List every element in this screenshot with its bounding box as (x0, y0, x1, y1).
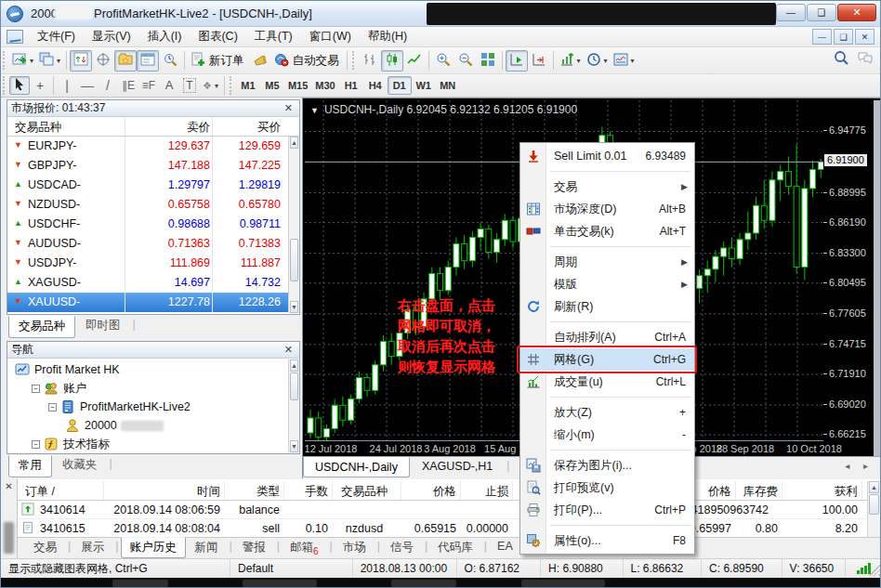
col-symbol[interactable]: 交易品种 (15, 120, 61, 136)
navigator-tab-2[interactable]: 收藏夹 (53, 455, 107, 476)
strategy-tester-button[interactable] (159, 50, 181, 72)
terminal-column-价格[interactable]: 价格 (401, 484, 456, 500)
context-menu-item[interactable]: 打印预览(v) (520, 477, 694, 499)
zoom-in-button[interactable] (432, 50, 454, 72)
terminal-tab-6[interactable]: 邮箱6 (282, 538, 327, 558)
market-watch-row[interactable]: ▲XAGUSD-14.69714.732 (7, 273, 299, 293)
context-menu-item[interactable]: 缩小(m)- (520, 424, 694, 446)
bar-chart-button[interactable] (359, 50, 381, 72)
mdi-close-button[interactable]: ✕ (855, 29, 874, 45)
trendline-tool[interactable]: / (98, 76, 118, 95)
mdi-minimize-button[interactable]: — (812, 29, 832, 45)
terminal-tab-2[interactable]: 展示 (72, 538, 112, 557)
chart-tab-2[interactable]: XAGUSD-,H1 (411, 457, 504, 476)
terminal-column-类型[interactable]: 类型 (224, 484, 280, 500)
close-icon[interactable]: ✕ (282, 102, 296, 114)
timeframe-h4[interactable]: H4 (363, 76, 388, 95)
timeframe-mn[interactable]: MN (436, 76, 460, 95)
resize-grip[interactable] (869, 565, 880, 576)
expand-icon[interactable]: − (32, 385, 40, 393)
navigator-item-accounts[interactable]: −账户 (7, 379, 299, 398)
navigator-item-user[interactable]: 20000 (7, 416, 299, 435)
timeframe-m5[interactable]: M5 (260, 76, 284, 95)
indicators-button[interactable]: ▾ (557, 50, 584, 72)
vline-tool[interactable]: | (57, 76, 77, 95)
market-watch-toggle[interactable] (70, 50, 92, 72)
close-button[interactable]: ✕ (837, 4, 876, 21)
terminal-tab-8[interactable]: 信号 (382, 538, 422, 557)
timeframe-w1[interactable]: W1 (412, 76, 436, 95)
market-watch-row[interactable]: ▲USDCHF-0.986880.98711 (7, 215, 299, 234)
navigator-tab-1[interactable]: 常用 (8, 455, 52, 477)
market-watch-row[interactable]: ▼XAUUSD-1227.781228.26 (7, 293, 299, 312)
context-menu-item[interactable]: 保存为图片(i)... (520, 454, 694, 477)
one-click-trading-icon[interactable]: ▼ (310, 106, 319, 115)
data-window-button[interactable] (92, 50, 114, 72)
market-watch-scrollbar[interactable]: ▲ ▼ (288, 137, 299, 313)
fibonacci-tool[interactable]: ≡F (138, 76, 159, 95)
context-menu-item[interactable]: 属性(o)...F8 (520, 529, 694, 552)
channel-tool[interactable]: ∥E (118, 76, 138, 95)
context-menu-item[interactable]: 交易▶ (520, 176, 694, 198)
market-watch-row[interactable]: ▼NZDUSD-0.657580.65780 (7, 195, 299, 215)
autotrade-button[interactable]: 自动交易 (271, 50, 344, 72)
navigator-item-server[interactable]: −ProfitMarketHK-Live2 (7, 398, 299, 416)
market-watch-row[interactable]: ▼EURJPY-129.637129.659 (7, 137, 299, 156)
megaphone-button[interactable] (249, 50, 271, 72)
terminal-tab-7[interactable]: 市场 (335, 538, 375, 557)
minimize-button[interactable]: — (776, 4, 806, 21)
tab-scroll-arrows[interactable]: ◂ ▸ (837, 457, 881, 475)
menu-item-V[interactable]: 显示(V) (84, 26, 139, 47)
restore-button[interactable]: ❑ (807, 4, 836, 21)
terminal-tab-9[interactable]: 代码库 (429, 538, 481, 557)
context-menu-item[interactable]: 周期▶ (520, 251, 694, 273)
chart-tab-1[interactable]: USDCNH-,Daily (303, 457, 410, 477)
chart-shift-button[interactable] (528, 50, 550, 72)
context-menu-item[interactable]: 单击交易(k)Alt+T (520, 220, 694, 242)
context-menu-item[interactable]: 模版▶ (520, 273, 694, 295)
new-order-button[interactable]: 新订单 (188, 50, 249, 72)
market-watch-row[interactable]: ▼USDJPY-111.869111.887 (7, 254, 299, 273)
terminal-column-交易品种[interactable]: 交易品种 (332, 484, 397, 500)
timeframe-d1[interactable]: D1 (388, 76, 412, 95)
terminal-column-订单 /[interactable]: 订单 / (25, 484, 99, 500)
templates-button[interactable]: ▾ (611, 50, 638, 72)
expand-icon[interactable]: − (32, 440, 40, 449)
context-menu-item[interactable]: 刷新(R) (520, 295, 694, 318)
col-buy[interactable]: 买价 (214, 120, 281, 136)
market-watch-row[interactable]: ▼AUDUSD-0.713630.71383 (7, 234, 299, 254)
context-menu-item[interactable]: 自动排列(A)Ctrl+A (520, 326, 694, 348)
close-icon[interactable]: ✕ (282, 344, 296, 356)
terminal-tab-5[interactable]: 警报 (234, 538, 274, 557)
chat-icon[interactable] (858, 50, 873, 68)
navigator-item-app[interactable]: Profit Market HK (7, 360, 299, 379)
market-watch-tab-2[interactable]: 即时图 (76, 316, 130, 336)
candlestick-button[interactable] (381, 50, 403, 72)
market-watch-row[interactable]: ▲USDCAD-1.297971.29819 (7, 176, 299, 195)
profiles-button[interactable]: ▾ (36, 50, 63, 72)
tile-windows-button[interactable] (477, 50, 499, 72)
scroll-up-icon[interactable]: ▲ (290, 359, 298, 372)
terminal-tab-3[interactable]: 账户历史 (121, 537, 186, 558)
col-sell[interactable]: 卖价 (128, 120, 210, 136)
mdi-restore-button[interactable]: ❑ (834, 29, 853, 45)
market-watch-row[interactable]: ▼GBPJPY-147.188147.225 (7, 156, 299, 176)
timeframe-m15[interactable]: M15 (284, 76, 311, 95)
search-icon[interactable] (834, 50, 848, 68)
terminal-tab-4[interactable]: 新闻 (187, 538, 227, 557)
context-menu-item[interactable]: Sell Limit 0.016.93489 (520, 145, 694, 167)
navigator-scrollbar[interactable]: ▲ ▼ (288, 359, 299, 452)
menu-item-F[interactable]: 文件(F) (29, 26, 84, 47)
terminal-column-获利[interactable]: 获利 (782, 484, 858, 500)
line-chart-button[interactable] (403, 50, 426, 72)
label-tool[interactable]: T (179, 76, 200, 95)
scroll-up-icon[interactable]: ▲ (869, 481, 879, 493)
new-chart-button[interactable]: ▾ (9, 50, 36, 72)
terminal-column-手数[interactable]: 手数 (283, 484, 328, 500)
terminal-toggle[interactable] (137, 50, 159, 72)
context-menu-item[interactable]: 打印(P)...Ctrl+P (520, 499, 694, 521)
menu-item-H[interactable]: 帮助(H) (360, 26, 415, 47)
context-menu-item[interactable]: 市场深度(D)Alt+B (520, 198, 694, 220)
context-menu-item[interactable]: 成交量(u)Ctrl+L (520, 371, 694, 393)
market-watch-tab-1[interactable]: 交易品种 (8, 316, 75, 338)
